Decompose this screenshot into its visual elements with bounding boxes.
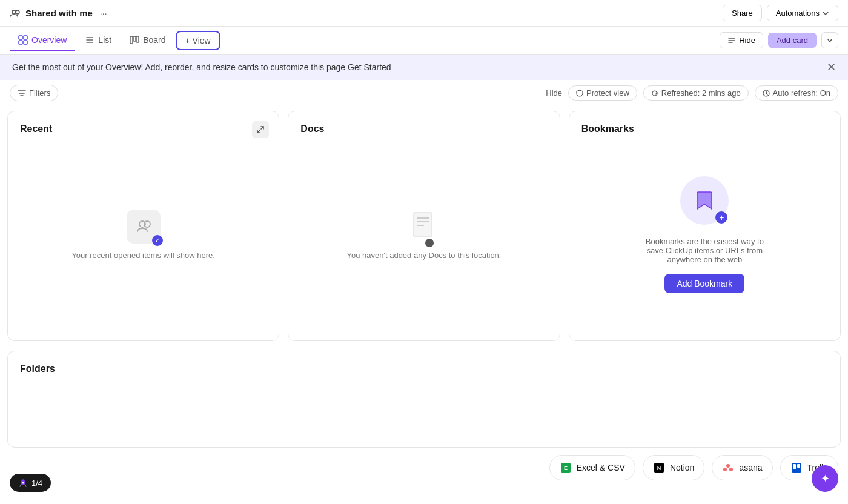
- svg-rect-11: [136, 36, 139, 42]
- cards-row: Recent ✓ Your recent: [7, 111, 841, 341]
- list-icon: [85, 35, 94, 45]
- check-badge: ✓: [152, 235, 163, 246]
- refresh-button[interactable]: Refreshed: 2 mins ago: [643, 85, 749, 101]
- tab-bar: Overview List Board + View: [0, 27, 848, 55]
- notion-icon: N: [653, 462, 665, 474]
- protect-view-button[interactable]: Protect view: [568, 85, 637, 101]
- folders-title: Folders: [20, 363, 828, 374]
- bookmarks-card-title: Bookmarks: [581, 124, 828, 134]
- filters-button[interactable]: Filters: [10, 85, 58, 101]
- svg-point-0: [12, 10, 16, 14]
- rocket-icon: [18, 478, 28, 488]
- svg-text:N: N: [657, 465, 661, 471]
- more-button[interactable]: ···: [98, 6, 110, 21]
- svg-rect-2: [19, 36, 22, 39]
- docs-card-title: Docs: [300, 124, 547, 134]
- tab-board[interactable]: Board: [121, 30, 174, 51]
- grid-icon: [18, 35, 28, 45]
- svg-point-32: [726, 464, 730, 468]
- bookmark-description: Bookmarks are the easiest way to save Cl…: [638, 237, 771, 264]
- recent-empty-icon: ✓: [127, 210, 161, 244]
- chevron-down-icon: [827, 38, 833, 44]
- import-excel-label: Excel & CSV: [577, 463, 625, 472]
- svg-rect-3: [24, 36, 27, 39]
- banner-link[interactable]: Get Started: [348, 62, 391, 72]
- docs-empty-text: You haven't added any Docs to this locat…: [347, 251, 502, 260]
- automations-button[interactable]: Automations: [767, 5, 838, 21]
- filters-right: Hide Protect view Refreshed: 2 mins ago …: [546, 85, 838, 101]
- share-button[interactable]: Share: [723, 5, 762, 21]
- svg-rect-10: [133, 36, 136, 41]
- hide-icon: [727, 36, 736, 45]
- banner-close-button[interactable]: ✕: [827, 61, 836, 74]
- docs-pin: [425, 239, 434, 247]
- add-view-tab[interactable]: + View: [176, 31, 220, 50]
- progress-text: 1/4: [31, 479, 42, 488]
- header-left: Shared with me ···: [10, 6, 110, 21]
- chevron-down-icon: [822, 10, 829, 17]
- svg-rect-37: [797, 464, 800, 468]
- svg-text:E: E: [564, 465, 568, 471]
- bookmarks-card: Bookmarks + Bookmarks are the easiest wa…: [569, 111, 841, 341]
- svg-rect-9: [130, 36, 133, 44]
- import-excel-chip[interactable]: E Excel & CSV: [549, 455, 635, 480]
- info-banner: Get the most out of your Overview! Add, …: [0, 55, 848, 80]
- bookmark-icon: [694, 190, 715, 211]
- svg-point-1: [16, 10, 19, 14]
- bookmarks-card-body: + Bookmarks are the easiest way to save …: [581, 144, 828, 325]
- svg-rect-4: [19, 41, 22, 44]
- board-icon: [130, 35, 139, 45]
- import-asana-label: asana: [739, 463, 762, 472]
- add-card-chevron[interactable]: [821, 32, 838, 48]
- add-card-button[interactable]: Add card: [768, 33, 817, 48]
- sparkle-icon: ✦: [821, 472, 830, 485]
- recent-card-body: ✓ Your recent opened items will show her…: [20, 144, 267, 325]
- excel-icon: E: [560, 462, 572, 474]
- tab-bar-right: Hide Add card: [720, 32, 838, 48]
- expand-icon: [256, 125, 265, 134]
- expand-button[interactable]: [252, 121, 269, 138]
- header-right: Share Automations: [723, 5, 838, 21]
- import-asana-chip[interactable]: asana: [712, 455, 772, 480]
- svg-rect-5: [24, 41, 27, 44]
- auto-refresh-button[interactable]: Auto refresh: On: [755, 85, 838, 101]
- docs-card-body: You haven't added any Docs to this locat…: [300, 144, 547, 325]
- recent-icon: [135, 218, 152, 235]
- progress-button[interactable]: 1/4: [10, 474, 51, 492]
- main-content: Recent ✓ Your recent: [0, 111, 848, 492]
- svg-point-38: [22, 482, 24, 484]
- svg-point-33: [723, 468, 727, 471]
- tab-overview[interactable]: Overview: [10, 30, 75, 51]
- folders-section: Folders: [7, 351, 841, 448]
- recent-empty-text: Your recent opened items will show here.: [71, 251, 215, 260]
- tab-list[interactable]: List: [76, 30, 120, 51]
- docs-card: Docs You haven't added any Docs to this …: [288, 111, 560, 341]
- bookmark-icon-container: +: [680, 176, 729, 225]
- add-bookmark-button[interactable]: Add Bookmark: [664, 274, 744, 293]
- import-notion-chip[interactable]: N Notion: [643, 455, 704, 480]
- filters-bar: Filters Hide Protect view Refreshed: 2 m…: [0, 80, 848, 106]
- import-notion-label: Notion: [670, 463, 694, 472]
- hide-button[interactable]: Hide: [720, 32, 763, 48]
- shared-icon: [10, 8, 21, 19]
- hide-label: Hide: [546, 88, 562, 98]
- svg-rect-36: [793, 464, 796, 469]
- filter-icon: [18, 89, 26, 98]
- import-row: E Excel & CSV N Notion asana: [7, 455, 841, 480]
- trello-icon: [790, 462, 803, 474]
- asana-icon: [722, 462, 734, 474]
- recent-card-title: Recent: [20, 124, 267, 134]
- docs-empty-icon: [409, 210, 439, 244]
- clock-icon: [763, 90, 770, 97]
- recent-card: Recent ✓ Your recent: [7, 111, 279, 341]
- shield-icon: [576, 90, 583, 97]
- page-title: Shared with me: [25, 8, 93, 18]
- bookmark-plus-icon: +: [715, 211, 727, 224]
- svg-point-34: [729, 468, 733, 471]
- tabs-container: Overview List Board + View: [10, 30, 220, 50]
- top-header: Shared with me ··· Share Automations: [0, 0, 848, 27]
- refresh-icon: [651, 90, 658, 97]
- ai-button[interactable]: ✦: [812, 465, 838, 492]
- banner-text: Get the most out of your Overview! Add, …: [12, 62, 391, 72]
- docs-icon: [411, 211, 437, 242]
